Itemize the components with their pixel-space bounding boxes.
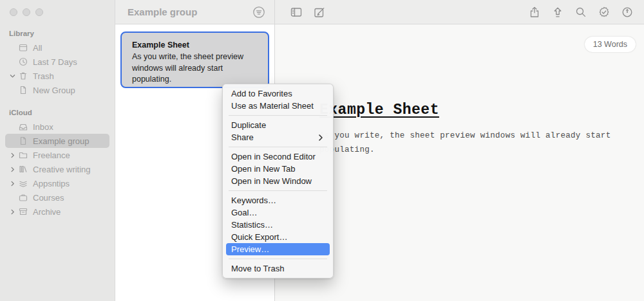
menu-item-keywords[interactable]: Keywords… — [226, 194, 330, 206]
sheet-list: Example Sheet As you write, the sheet pr… — [115, 24, 274, 88]
menu-separator — [229, 259, 327, 259]
sidebar-item-trash[interactable]: Trash — [5, 69, 109, 83]
box-icon — [18, 42, 28, 53]
sidebar-item-courses[interactable]: Courses — [5, 190, 109, 205]
menu-item-label: Quick Export… — [231, 232, 287, 242]
sheet-card-example-sheet[interactable]: Example Sheet As you write, the sheet pr… — [120, 32, 269, 88]
menu-item-label: Keywords… — [231, 196, 276, 205]
chevron-down-icon[interactable] — [6, 71, 18, 81]
toolbar-left-group — [290, 6, 326, 19]
sheet-icon — [18, 85, 28, 95]
sidebar-item-example-group[interactable]: Example group — [5, 134, 109, 148]
sidebar-item-label: Courses — [33, 193, 64, 203]
sheet-icon — [18, 136, 28, 146]
menu-item-duplicate[interactable]: Duplicate — [226, 119, 330, 131]
revision-seal-icon[interactable] — [598, 6, 611, 19]
editor-toolbar — [275, 0, 644, 24]
sheet-card-title: Example Sheet — [132, 41, 258, 50]
sheet-title-text[interactable]: Example Sheet — [319, 102, 627, 118]
menu-item-use-as-material-sheet[interactable]: Use as Material Sheet — [226, 100, 330, 112]
menu-item-label: Use as Material Sheet — [231, 101, 314, 111]
sidebar-item-label: All — [33, 43, 42, 53]
sidebar-item-freelance[interactable]: Freelance — [5, 148, 109, 162]
library-section-header: Library — [0, 24, 115, 41]
window-controls — [0, 0, 115, 24]
minimize-button[interactable] — [23, 8, 30, 16]
share-icon[interactable] — [528, 6, 541, 19]
menu-item-label: Preview… — [231, 244, 269, 254]
menu-item-share[interactable]: Share — [226, 131, 330, 143]
chevron-right-icon[interactable] — [6, 150, 18, 160]
sidebar-item-new-group[interactable]: New Group — [17, 83, 109, 97]
group-title: Example group — [128, 6, 197, 17]
submenu-chevron-right-icon — [317, 134, 325, 141]
chevron-right-icon[interactable] — [6, 206, 18, 217]
app-window: Library All Last 7 Days Trash — [0, 0, 644, 301]
publish-icon[interactable] — [551, 6, 564, 19]
menu-item-label: Share — [231, 132, 254, 142]
menu-item-label: Open in New Tab — [231, 164, 296, 174]
chevron-right-icon[interactable] — [6, 164, 18, 174]
sidebar-item-label: Example group — [33, 136, 89, 146]
sidebar-item-label: Inbox — [33, 122, 53, 132]
menu-item-open-in-second-editor[interactable]: Open in Second Editor — [226, 150, 330, 163]
sidebar-toggle-icon[interactable] — [290, 6, 303, 19]
sidebar-item-last-7-days[interactable]: Last 7 Days — [5, 55, 109, 69]
briefcase-icon — [18, 192, 28, 203]
clock-icon — [18, 57, 28, 67]
stack-icon — [18, 178, 28, 188]
menu-separator — [229, 190, 327, 191]
sidebar-item-label: Trash — [33, 71, 54, 81]
menu-item-label: Open in New Window — [231, 176, 312, 186]
search-icon[interactable] — [574, 6, 587, 19]
sheet-body-text[interactable]: As you write, the sheet preview windows … — [319, 129, 627, 157]
filter-circle-icon[interactable] — [252, 6, 265, 19]
menu-item-label: Duplicate — [231, 120, 266, 130]
sidebar-item-inbox[interactable]: Inbox — [5, 120, 109, 134]
sidebar-item-appsntips[interactable]: Appsntips — [5, 176, 109, 190]
menu-item-open-in-new-tab[interactable]: Open in New Tab — [226, 163, 330, 175]
library-sidebar: Library All Last 7 Days Trash — [0, 0, 115, 301]
trash-icon — [18, 71, 28, 81]
sheet-list-header: Example group — [115, 0, 274, 24]
folder-icon — [18, 150, 28, 160]
books-icon — [18, 164, 28, 174]
menu-item-open-in-new-window[interactable]: Open in New Window — [226, 175, 330, 187]
zoom-button[interactable] — [35, 8, 43, 16]
sidebar-item-all[interactable]: All — [5, 41, 109, 55]
sheet-card-preview: As you write, the sheet preview windows … — [132, 51, 261, 86]
context-menu: Add to Favorites Use as Material Sheet D… — [222, 84, 334, 278]
menu-item-statistics[interactable]: Statistics… — [226, 219, 330, 231]
inbox-icon — [18, 122, 28, 132]
sidebar-item-label: Last 7 Days — [33, 57, 77, 67]
menu-item-label: Add to Favorites — [231, 89, 292, 98]
menu-item-label: Open in Second Editor — [231, 152, 316, 161]
sidebar-item-label: Appsntips — [33, 179, 70, 188]
menu-item-goal[interactable]: Goal… — [226, 206, 330, 219]
menu-item-label: Move to Trash — [231, 264, 284, 273]
chevron-right-icon[interactable] — [6, 178, 18, 188]
close-button[interactable] — [10, 8, 17, 16]
compose-icon[interactable] — [313, 6, 326, 19]
menu-item-label: Goal… — [231, 208, 257, 217]
sidebar-item-label: New Group — [33, 86, 75, 95]
menu-separator — [229, 115, 327, 116]
menu-item-add-to-favorites[interactable]: Add to Favorites — [226, 87, 330, 100]
sidebar-item-label: Creative writing — [33, 165, 91, 174]
dashboard-icon[interactable] — [621, 6, 634, 19]
sidebar-item-label: Archive — [33, 207, 61, 217]
icloud-section-header: iCloud — [0, 104, 115, 120]
toolbar-right-group — [528, 6, 634, 19]
menu-item-preview[interactable]: Preview… — [226, 243, 330, 255]
sidebar-item-label: Freelance — [33, 150, 70, 160]
sidebar-item-archive[interactable]: Archive — [5, 205, 109, 219]
menu-item-quick-export[interactable]: Quick Export… — [226, 231, 330, 243]
sidebar-item-creative-writing[interactable]: Creative writing — [5, 162, 109, 176]
menu-item-move-to-trash[interactable]: Move to Trash — [226, 262, 330, 275]
menu-item-label: Statistics… — [231, 220, 273, 230]
word-count-badge[interactable]: 13 Words — [585, 37, 636, 52]
menu-separator — [229, 147, 327, 147]
archive-icon — [18, 206, 28, 217]
editor-text[interactable]: Example Sheet As you write, the sheet pr… — [319, 102, 627, 157]
